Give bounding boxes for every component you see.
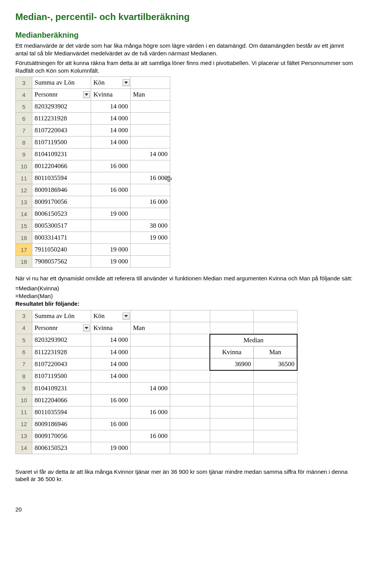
row-number: 5 (16, 334, 32, 346)
empty-cell (170, 430, 210, 442)
row-number: 7 (16, 358, 32, 370)
pivot-field-kon[interactable]: Kön (91, 310, 131, 322)
pivot-table-2: 3 Summa av Lön Kön 4 Personnr Kvinna Man… (15, 310, 298, 454)
cell-kvinna: 14 000 (91, 334, 131, 346)
cell-man (131, 358, 170, 370)
cell-man: 16 000 (131, 406, 170, 418)
cell-personnr: 7911050240 (32, 244, 91, 256)
cell-man (131, 256, 170, 268)
pivot-field-personnr[interactable]: Personnr (32, 89, 91, 101)
cell-kvinna (91, 232, 131, 244)
row-number: 5 (16, 101, 32, 113)
cell-personnr: 8006150523 (32, 442, 91, 454)
row-number: 9 (16, 382, 32, 394)
empty-cell (210, 406, 254, 418)
cell-kvinna: 16 000 (91, 160, 131, 172)
cell-man: 14 000 (131, 148, 170, 160)
formula-text: =Median(Kvinna) (15, 285, 354, 292)
row-number: 17 (16, 244, 32, 256)
cell-man (131, 101, 170, 113)
cell-man: 16 000 (131, 172, 170, 184)
cell-personnr: 8009186946 (32, 184, 91, 196)
column-header: Kvinna (91, 89, 131, 101)
row-number: 13 (16, 430, 32, 442)
cell-personnr: 8107220043 (32, 125, 91, 137)
result-label: Resultatet blir följande: (15, 300, 354, 308)
pivot-field-label: Kön (93, 312, 105, 320)
pivot-field-label: Kön (93, 79, 105, 86)
row-number: 8 (16, 370, 32, 383)
cell-personnr: 8104109231 (32, 148, 91, 160)
cell-man (131, 334, 170, 346)
empty-cell (254, 382, 298, 394)
row-number: 14 (16, 208, 32, 220)
cell-kvinna: 16 000 (91, 394, 131, 406)
column-header: Man (131, 322, 170, 334)
cell-kvinna: 14 000 (91, 113, 131, 125)
empty-cell (254, 394, 298, 406)
body-text: När vi nu har ett dynamiskt område att r… (15, 275, 354, 282)
dropdown-icon[interactable] (83, 91, 90, 98)
median-value-kvinna: 36900 (210, 358, 254, 370)
empty-cell (210, 382, 254, 394)
median-col-man: Man (254, 346, 298, 358)
body-text: Svaret vi får av detta är att lika många… (15, 468, 354, 483)
cell-personnr: 8112231928 (32, 113, 91, 125)
body-text: Förutsättningen för att kunna räkna fram… (15, 59, 354, 74)
row-number: 3 (16, 77, 32, 89)
dropdown-icon[interactable] (123, 313, 130, 320)
formula-text: =Median(Man) (15, 292, 354, 300)
cell-man: 38 000 (131, 220, 170, 232)
cell-kvinna (91, 196, 131, 208)
cell-man (131, 346, 170, 358)
empty-cell (254, 418, 298, 430)
row-number: 4 (16, 89, 32, 101)
row-number: 6 (16, 113, 32, 125)
empty-cell (254, 430, 298, 442)
empty-cell (210, 418, 254, 430)
cell-kvinna (91, 220, 131, 232)
cell-man (131, 137, 170, 148)
cell-kvinna: 19 000 (91, 256, 131, 268)
cell-personnr: 8011035594 (32, 406, 91, 418)
cell-man (131, 418, 170, 430)
row-number: 6 (16, 346, 32, 358)
cell-personnr: 8112231928 (32, 346, 91, 358)
pivot-field-personnr[interactable]: Personnr (32, 322, 91, 334)
row-number: 8 (16, 137, 32, 148)
row-number: 15 (16, 220, 32, 232)
cell-kvinna (91, 406, 131, 418)
cell-kvinna (91, 430, 131, 442)
median-value-man: 36500 (254, 358, 298, 370)
empty-cell (170, 358, 210, 370)
empty-cell (170, 310, 210, 322)
cell-man (131, 208, 170, 220)
pivot-field-kon[interactable]: Kön (91, 77, 131, 89)
empty-cell (131, 77, 170, 89)
empty-cell (170, 394, 210, 406)
empty-cell (210, 370, 254, 383)
empty-cell (210, 394, 254, 406)
row-number: 7 (16, 125, 32, 137)
cell-personnr: 8006150523 (32, 208, 91, 220)
cell-kvinna: 14 000 (91, 101, 131, 113)
empty-cell (254, 322, 298, 334)
empty-cell (170, 370, 210, 383)
cell-man (131, 113, 170, 125)
empty-cell (254, 406, 298, 418)
cell-man (131, 184, 170, 196)
empty-cell (254, 442, 298, 454)
cell-kvinna (91, 172, 131, 184)
cell-personnr: 8107119500 (32, 370, 91, 383)
empty-cell (210, 310, 254, 322)
cell-personnr: 8005300517 (32, 220, 91, 232)
svg-rect-0 (168, 176, 170, 182)
dropdown-icon[interactable] (83, 325, 90, 331)
svg-rect-1 (166, 178, 171, 180)
dropdown-icon[interactable] (123, 79, 130, 86)
row-number: 18 (16, 256, 32, 268)
empty-cell (254, 310, 298, 322)
column-header: Man (131, 89, 170, 101)
cell-personnr: 8009186946 (32, 418, 91, 430)
cell-kvinna: 14 000 (91, 346, 131, 358)
